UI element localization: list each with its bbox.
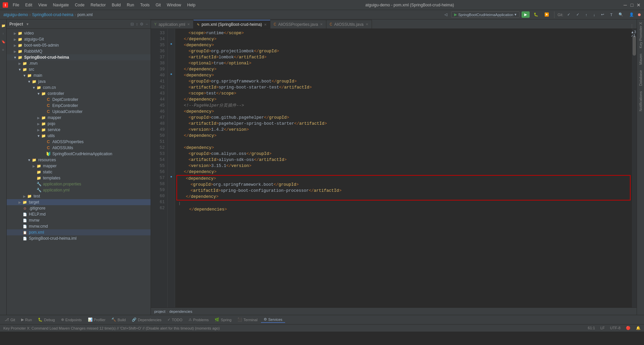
build-bottom-tab[interactable]: 🔨 Build bbox=[109, 317, 128, 323]
git-revert-button[interactable]: ↩ bbox=[599, 11, 606, 18]
menu-run[interactable]: Run bbox=[124, 2, 137, 8]
list-item[interactable]: ▶ 📁 test bbox=[7, 193, 151, 199]
account-button[interactable]: 👤 bbox=[627, 11, 636, 18]
structure-sidebar-icon[interactable]: ≡ bbox=[1, 47, 6, 52]
tab-application-yml[interactable]: Y application.yml ✕ bbox=[151, 20, 194, 28]
list-item[interactable]: ▶ 📁 RabbitMQ bbox=[7, 48, 151, 54]
debug-button[interactable]: 🐛 bbox=[532, 11, 540, 18]
problems-bottom-tab[interactable]: ⚠ Problems bbox=[186, 317, 211, 323]
scroll-thumb[interactable] bbox=[633, 36, 636, 56]
list-item[interactable]: ▶ 📁 pojo bbox=[7, 121, 151, 127]
git-fetch-button[interactable]: ↓ bbox=[591, 12, 597, 18]
coverage-button[interactable]: ▶️ bbox=[542, 11, 551, 18]
tab-aliossutils[interactable]: C AliOSSUtils.java ✕ bbox=[326, 20, 372, 28]
list-item[interactable]: ▼ 📁 src bbox=[7, 66, 151, 72]
profiler-bottom-tab[interactable]: 📊 Profiler bbox=[85, 317, 108, 323]
close-icon[interactable]: ✕ bbox=[366, 22, 368, 26]
project-collapse-all[interactable]: ⊟ bbox=[130, 22, 134, 26]
list-item[interactable]: ▼ 📁 utils bbox=[7, 133, 151, 139]
notification-bell[interactable]: 🔔 bbox=[636, 326, 641, 330]
menu-git[interactable]: Git bbox=[153, 2, 163, 8]
list-item[interactable]: ▼ 📁 main bbox=[7, 72, 151, 78]
list-item[interactable]: ▼ 📁 SpringBoot-crud-heima bbox=[7, 54, 151, 60]
code-content[interactable]: <scope>runtime</scope> </dependency> <de… bbox=[175, 29, 632, 307]
database-tab[interactable]: Database bbox=[638, 67, 643, 89]
list-item[interactable]: ▶ 📁 boot-web-05-admin bbox=[7, 42, 151, 48]
git-branch[interactable]: 🔴 bbox=[626, 326, 631, 330]
tab-aliossprop[interactable]: C AliOSSProperties.java ✕ bbox=[270, 20, 326, 28]
line-ending[interactable]: LF bbox=[600, 326, 605, 330]
terminal-bottom-tab[interactable]: ⬛ Terminal bbox=[235, 317, 260, 323]
breadcrumb-dependencies[interactable]: dependencies bbox=[169, 309, 193, 313]
menu-navigate[interactable]: Navigate bbox=[50, 2, 71, 8]
menu-build[interactable]: Build bbox=[109, 2, 123, 8]
gutter-marker-57[interactable]: ● bbox=[168, 174, 175, 180]
list-item[interactable]: 🔰 SpringBootCrudHeimaApplication bbox=[7, 151, 151, 157]
back-button[interactable]: ◁ bbox=[442, 11, 449, 18]
cursor-position[interactable]: 61:1 bbox=[588, 326, 595, 330]
close-button[interactable]: ✕ bbox=[636, 2, 641, 8]
list-item[interactable]: C DeptController bbox=[7, 97, 151, 103]
list-item[interactable]: ▼ 📁 java bbox=[7, 78, 151, 84]
menu-refactor[interactable]: Refactor bbox=[88, 2, 108, 8]
list-item[interactable]: C AliOSSProperties bbox=[7, 139, 151, 145]
project-settings[interactable]: ⚙ bbox=[140, 22, 144, 26]
notifications-tab[interactable]: Notifications bbox=[638, 89, 643, 114]
bookmark-sidebar-icon[interactable]: 🔖 bbox=[1, 39, 6, 44]
list-item[interactable]: ▼ 📁 com.cn bbox=[7, 84, 151, 91]
close-icon[interactable]: ✕ bbox=[320, 22, 323, 26]
project-close[interactable]: − bbox=[146, 22, 148, 26]
list-item[interactable]: ▼ 📁 controller bbox=[7, 91, 151, 97]
list-item[interactable]: 📄 mvnw.cmd bbox=[7, 223, 151, 229]
gutter-marker-35[interactable]: ● bbox=[168, 41, 175, 47]
git-commit-button[interactable]: ✓ bbox=[574, 11, 581, 18]
run-config-selector[interactable]: ▶ SpringBootCrudHeimaApplication ▾ bbox=[451, 11, 520, 18]
run-bottom-tab[interactable]: ▶ Run bbox=[18, 317, 35, 323]
run-button[interactable]: ▶ bbox=[522, 11, 530, 18]
menu-file[interactable]: File bbox=[10, 2, 22, 8]
tab-overflow-menu[interactable]: ⋮ bbox=[627, 24, 637, 28]
git-bottom-tab[interactable]: ⎇ Git bbox=[2, 317, 18, 323]
list-item[interactable]: ▶ 📁 video bbox=[7, 30, 151, 36]
list-item[interactable]: C EmpController bbox=[7, 103, 151, 109]
list-item[interactable]: C AliOSSUtils bbox=[7, 145, 151, 151]
tab-pom-xml[interactable]: ✎ pom.xml (SpringBoot-crud-heima) ✕ bbox=[194, 20, 270, 28]
close-icon[interactable]: ✕ bbox=[187, 22, 190, 26]
menu-tools[interactable]: Tools bbox=[138, 2, 152, 8]
list-item[interactable]: C UploadController bbox=[7, 109, 151, 115]
search-everywhere-button[interactable]: 🔍 bbox=[616, 11, 625, 18]
project-sort[interactable]: ↕ bbox=[136, 22, 138, 26]
list-item[interactable]: ⊙ .gitignore bbox=[7, 205, 151, 211]
vertical-scrollbar[interactable]: ▲3 ✓1 bbox=[632, 29, 637, 307]
debug-bottom-tab[interactable]: 🐛 Debug bbox=[35, 317, 57, 323]
close-icon[interactable]: ✕ bbox=[264, 23, 267, 26]
list-item[interactable]: 📄 HELP.md bbox=[7, 211, 151, 217]
services-bottom-tab[interactable]: ⚙ Services bbox=[261, 317, 285, 323]
minimize-button[interactable]: ─ bbox=[623, 2, 628, 8]
menu-edit[interactable]: Edit bbox=[22, 2, 35, 8]
menu-help[interactable]: Help bbox=[184, 2, 198, 8]
list-item[interactable]: ▶ 📁 mapper bbox=[7, 163, 151, 169]
list-item[interactable]: ▶ 📁 mapper bbox=[7, 115, 151, 121]
list-item[interactable]: 🔧 application.properties bbox=[7, 181, 151, 187]
list-item[interactable]: 📋 pom.xml bbox=[7, 229, 151, 235]
breadcrumb-item-2[interactable]: SpringBoot-crud-heima bbox=[32, 12, 73, 17]
git-translate-button[interactable]: T bbox=[608, 12, 614, 18]
breadcrumb-item-1[interactable]: atguigu-demo bbox=[3, 12, 28, 17]
dependencies-bottom-tab[interactable]: 🔗 Dependencies bbox=[129, 317, 164, 323]
commit-sidebar-icon[interactable]: ↑ bbox=[1, 31, 6, 36]
list-item[interactable]: 🔧 application.yml bbox=[7, 187, 151, 193]
gutter-marker-40[interactable]: ● bbox=[168, 71, 175, 77]
key-promoter-tab[interactable]: Key Promoter X bbox=[638, 19, 643, 51]
breadcrumb-item-3[interactable]: pom.xml bbox=[77, 12, 93, 17]
list-item[interactable]: ▶ 📁 .mvn bbox=[7, 60, 151, 66]
endpoints-bottom-tab[interactable]: ⊕ Endpoints bbox=[58, 317, 85, 323]
menu-code[interactable]: Code bbox=[72, 2, 87, 8]
encoding[interactable]: UTF-8 bbox=[610, 326, 621, 330]
maximize-button[interactable]: □ bbox=[629, 2, 635, 8]
list-item[interactable]: ▶ 📁 service bbox=[7, 127, 151, 133]
spring-bottom-tab[interactable]: 🌿 Spring bbox=[212, 317, 234, 323]
list-item[interactable]: 📄 mvnw bbox=[7, 217, 151, 223]
maven-tab[interactable]: Maven bbox=[638, 51, 643, 67]
breadcrumb-project[interactable]: project bbox=[154, 309, 165, 313]
